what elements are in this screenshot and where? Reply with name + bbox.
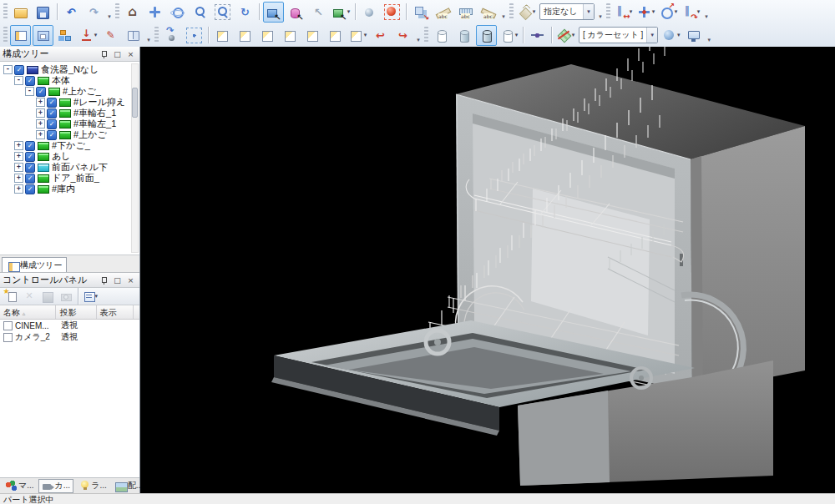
delete-camera-button[interactable] [21, 288, 38, 305]
pan-view-button[interactable] [144, 2, 165, 23]
visibility-checkbox[interactable]: ✓ [14, 65, 24, 75]
open-file-button[interactable] [10, 2, 31, 23]
display-hidden-line-button[interactable]: ▾ [498, 25, 519, 46]
tree-expander-collapse-icon[interactable]: - [25, 87, 34, 96]
axis-display-button[interactable] [527, 25, 548, 46]
tree-expander-collapse-icon[interactable]: - [3, 65, 13, 74]
dropdown-arrow-icon[interactable]: ▾ [652, 8, 655, 15]
panel-hierarchy-button[interactable] [55, 25, 76, 46]
visibility-checkbox[interactable]: ✓ [25, 174, 35, 184]
tree-item[interactable]: +✓#レール抑え [0, 97, 139, 108]
3d-viewport[interactable] [140, 47, 835, 493]
toolbar-grip-handle[interactable] [3, 3, 8, 20]
texture-toggle-button[interactable]: ▾ [555, 25, 576, 46]
panel-tab-cam[interactable]: カ... [38, 479, 74, 493]
home-view-button[interactable]: ⌂ [122, 2, 143, 23]
toolbar-grip-handle[interactable] [154, 27, 159, 43]
toolbar-overflow-button[interactable]: ▾ [105, 2, 114, 22]
save-camera-button[interactable] [39, 288, 56, 305]
column-name[interactable]: 名称 ▵ [0, 305, 56, 319]
fit-view-button[interactable] [184, 25, 205, 46]
tree-expander-expand-icon[interactable]: + [14, 163, 23, 172]
annotate-edit-button[interactable] [100, 25, 121, 46]
color-assign-combo[interactable]: 指定なし▼ [539, 3, 595, 20]
select-part-button[interactable] [263, 2, 284, 23]
select-assembly-button[interactable]: ▾ [331, 2, 352, 23]
spin-view-button[interactable] [161, 25, 182, 46]
visibility-checkbox[interactable]: ✓ [47, 119, 57, 129]
tree-scrollbar-thumb[interactable] [132, 88, 138, 118]
toolbar-overflow-button[interactable]: ▾ [705, 25, 713, 45]
tree-expander-expand-icon[interactable]: + [14, 184, 23, 194]
visibility-checkbox[interactable]: ✓ [25, 76, 35, 86]
visibility-checkbox[interactable]: ✓ [47, 98, 57, 108]
tree-item[interactable]: +✓#庫内 [0, 184, 139, 194]
dropdown-arrow-icon[interactable]: ▾ [677, 32, 681, 38]
dropdown-arrow-icon[interactable]: ▾ [94, 293, 98, 300]
zoom-region-button[interactable] [212, 2, 233, 23]
copy-parts-button[interactable] [410, 2, 431, 23]
panel-tab-mat[interactable]: マ... [2, 479, 38, 493]
visibility-checkbox[interactable]: ✓ [25, 152, 35, 162]
tree-item[interactable]: +✓#車輪右_1 [0, 108, 139, 118]
dropdown-arrow-icon[interactable]: ▼ [646, 28, 657, 43]
visibility-checkbox[interactable]: ✓ [36, 87, 46, 97]
copy-camera-button[interactable] [58, 288, 74, 305]
dimension-horizontal-button[interactable] [455, 2, 476, 23]
view-cube-back-button[interactable] [302, 25, 323, 46]
table-row[interactable]: CINEM...透視 [0, 320, 139, 331]
toolbar-grip-handle[interactable] [509, 3, 514, 20]
dropdown-arrow-icon[interactable]: ▾ [94, 32, 98, 38]
view-cube-iso-button[interactable] [212, 25, 233, 46]
material-sphere-button[interactable]: ▾ [660, 25, 681, 46]
pin-icon[interactable] [98, 275, 110, 286]
toolbar-grip-handle[interactable] [115, 3, 119, 20]
tree-expander-expand-icon[interactable]: + [14, 174, 23, 183]
panel-preview-button[interactable] [33, 25, 53, 46]
rotate-view-right-button[interactable]: ↪ [392, 25, 413, 46]
visibility-checkbox[interactable]: ✓ [25, 163, 35, 173]
dropdown-arrow-icon[interactable]: ▼ [583, 4, 594, 19]
tree-expander-expand-icon[interactable]: + [36, 130, 45, 139]
view-cube-side-button[interactable] [257, 25, 278, 46]
panel-tree-button[interactable] [10, 25, 31, 46]
dropdown-arrow-icon[interactable]: ▾ [572, 32, 575, 38]
tree-expander-collapse-icon[interactable]: - [14, 76, 23, 85]
maximize-icon[interactable]: □ [111, 275, 124, 286]
mirror-button[interactable]: ▾ [613, 2, 634, 23]
tree-expander-expand-icon[interactable]: + [14, 141, 23, 150]
toolbar-overflow-button[interactable]: ▾ [414, 25, 423, 45]
toolbar-grip-handle[interactable] [424, 27, 428, 43]
paint-color-button[interactable]: ▾ [516, 2, 537, 23]
import-data-button[interactable]: ▾ [78, 25, 99, 46]
tree-item[interactable]: +✓#車輪左_1 [0, 118, 139, 129]
tree-expander-expand-icon[interactable]: + [14, 152, 23, 161]
rotate-view-left-button[interactable]: ↩ [370, 25, 391, 46]
tree-expander-expand-icon[interactable]: + [36, 119, 45, 129]
visibility-checkbox[interactable]: ✓ [25, 141, 35, 151]
visibility-checkbox[interactable]: ✓ [47, 130, 57, 140]
toolbar-overflow-button[interactable]: ▾ [499, 2, 508, 22]
view-mode-button[interactable]: ▾ [82, 288, 99, 305]
toolbar-grip-handle[interactable] [606, 3, 610, 20]
rotate-view-button[interactable]: ↻ [235, 2, 256, 23]
toolbar-overflow-button[interactable]: ▾ [596, 2, 605, 22]
tree-expander-expand-icon[interactable]: + [36, 108, 45, 118]
point-sphere-button[interactable] [359, 2, 380, 23]
close-icon[interactable]: × [124, 48, 137, 60]
toolbar-overflow-button[interactable]: ▾ [702, 2, 711, 22]
display-shaded-edges-button[interactable] [476, 25, 497, 46]
column-projection[interactable]: 投影 [56, 305, 96, 319]
view-cube-front-button[interactable] [235, 25, 256, 46]
visibility-checkbox[interactable]: ✓ [47, 108, 57, 118]
dropdown-arrow-icon[interactable]: ▾ [347, 8, 351, 15]
panel-tab-light[interactable]: ラ... [74, 479, 110, 493]
dropdown-arrow-icon[interactable]: ▾ [515, 32, 519, 38]
pin-icon[interactable] [98, 48, 110, 60]
select-point-button[interactable] [382, 2, 402, 23]
toolbar-overflow-button[interactable]: ▾ [144, 25, 153, 45]
camera-checkbox[interactable] [3, 321, 13, 330]
view-cube-custom-button[interactable]: ▾ [347, 25, 368, 46]
save-file-button[interactable] [33, 2, 53, 23]
select-body-button[interactable] [286, 2, 306, 23]
